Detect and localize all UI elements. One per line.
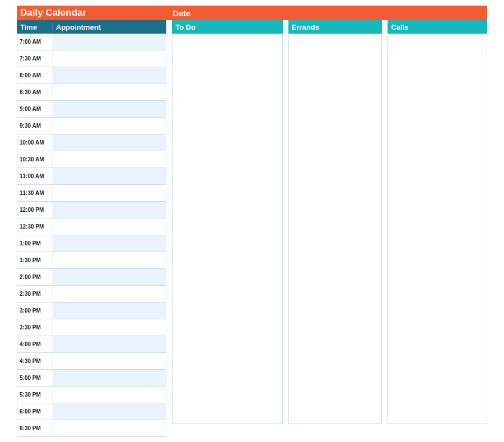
calls-row[interactable] <box>388 245 487 262</box>
appointment-cell[interactable] <box>53 269 166 285</box>
calls-row[interactable] <box>388 359 487 375</box>
calls-row[interactable] <box>388 99 487 115</box>
calls-row[interactable] <box>388 407 487 424</box>
todo-row[interactable] <box>172 391 283 408</box>
errands-row[interactable] <box>288 147 382 164</box>
calls-row[interactable] <box>388 277 487 294</box>
todo-row[interactable] <box>172 375 283 392</box>
appointment-cell[interactable] <box>53 370 166 386</box>
calls-row[interactable] <box>388 391 487 408</box>
errands-row[interactable] <box>288 245 382 262</box>
todo-row[interactable] <box>172 99 283 115</box>
appointment-cell[interactable] <box>53 252 166 268</box>
appointment-cell[interactable] <box>53 218 166 235</box>
todo-row[interactable] <box>172 115 283 132</box>
todo-row[interactable] <box>172 342 283 359</box>
calls-row[interactable] <box>388 196 487 213</box>
calls-row[interactable] <box>388 50 487 67</box>
calls-row[interactable] <box>388 34 487 50</box>
todo-row[interactable] <box>172 212 283 229</box>
todo-row[interactable] <box>172 245 283 262</box>
errands-row[interactable] <box>288 212 382 229</box>
errands-row[interactable] <box>288 50 382 67</box>
appointment-cell[interactable] <box>53 286 166 302</box>
todo-row[interactable] <box>172 261 283 278</box>
appointment-cell[interactable] <box>53 420 166 436</box>
todo-row[interactable] <box>172 294 283 310</box>
errands-row[interactable] <box>288 196 382 213</box>
calls-row[interactable] <box>388 131 487 148</box>
calls-row[interactable] <box>388 82 487 99</box>
appointment-cell[interactable] <box>53 134 166 151</box>
appointment-cell[interactable] <box>53 319 166 336</box>
errands-row[interactable] <box>288 66 382 83</box>
todo-row[interactable] <box>172 359 283 375</box>
todo-row[interactable] <box>172 180 283 197</box>
appointment-cell[interactable] <box>53 235 166 252</box>
calls-row[interactable] <box>388 326 487 343</box>
calls-row[interactable] <box>388 66 487 83</box>
calls-row[interactable] <box>388 310 487 327</box>
todo-row[interactable] <box>172 82 283 99</box>
todo-row[interactable] <box>172 310 283 327</box>
errands-row[interactable] <box>288 310 382 327</box>
time-cell: 12:30 PM <box>17 218 53 235</box>
time-cell: 9:00 AM <box>17 101 53 117</box>
appointment-cell[interactable] <box>53 67 166 83</box>
appointment-cell[interactable] <box>53 34 166 50</box>
todo-row[interactable] <box>172 131 283 148</box>
errands-row[interactable] <box>288 99 382 115</box>
todo-row[interactable] <box>172 164 283 180</box>
errands-row[interactable] <box>288 294 382 310</box>
appointment-cell[interactable] <box>53 84 166 100</box>
errands-row[interactable] <box>288 375 382 392</box>
calls-row[interactable] <box>388 115 487 132</box>
schedule-row: 1:00 PM <box>17 235 166 252</box>
appointment-cell[interactable] <box>53 185 166 201</box>
appointment-cell[interactable] <box>53 336 166 352</box>
appointment-cell[interactable] <box>53 387 166 403</box>
calls-row[interactable] <box>388 147 487 164</box>
todo-row[interactable] <box>172 326 283 343</box>
errands-row[interactable] <box>288 82 382 99</box>
todo-row[interactable] <box>172 277 283 294</box>
errands-row[interactable] <box>288 342 382 359</box>
todo-row[interactable] <box>172 147 283 164</box>
todo-row[interactable] <box>172 407 283 424</box>
appointment-cell[interactable] <box>53 303 166 319</box>
errands-row[interactable] <box>288 277 382 294</box>
calls-row[interactable] <box>388 164 487 180</box>
appointment-cell[interactable] <box>53 202 166 218</box>
errands-row[interactable] <box>288 180 382 197</box>
errands-row[interactable] <box>288 164 382 180</box>
appointment-cell[interactable] <box>53 151 166 168</box>
errands-row[interactable] <box>288 229 382 245</box>
calls-row[interactable] <box>388 294 487 310</box>
todo-row[interactable] <box>172 229 283 245</box>
todo-row[interactable] <box>172 196 283 213</box>
todo-row[interactable] <box>172 34 283 50</box>
calls-row[interactable] <box>388 229 487 245</box>
calls-row[interactable] <box>388 180 487 197</box>
errands-row[interactable] <box>288 359 382 375</box>
calls-row[interactable] <box>388 375 487 392</box>
calls-row[interactable] <box>388 261 487 278</box>
errands-row[interactable] <box>288 391 382 408</box>
appointment-cell[interactable] <box>53 353 166 369</box>
errands-row[interactable] <box>288 131 382 148</box>
appointment-cell[interactable] <box>53 101 166 117</box>
errands-row[interactable] <box>288 34 382 50</box>
errands-row[interactable] <box>288 261 382 278</box>
appointment-cell[interactable] <box>53 403 166 420</box>
calls-row[interactable] <box>388 212 487 229</box>
appointment-cell[interactable] <box>53 50 166 67</box>
errands-row[interactable] <box>288 326 382 343</box>
calls-row[interactable] <box>388 342 487 359</box>
time-cell: 2:00 PM <box>17 269 53 285</box>
todo-row[interactable] <box>172 66 283 83</box>
appointment-cell[interactable] <box>53 118 166 134</box>
errands-row[interactable] <box>288 407 382 424</box>
todo-row[interactable] <box>172 50 283 67</box>
appointment-cell[interactable] <box>53 168 166 184</box>
errands-row[interactable] <box>288 115 382 132</box>
